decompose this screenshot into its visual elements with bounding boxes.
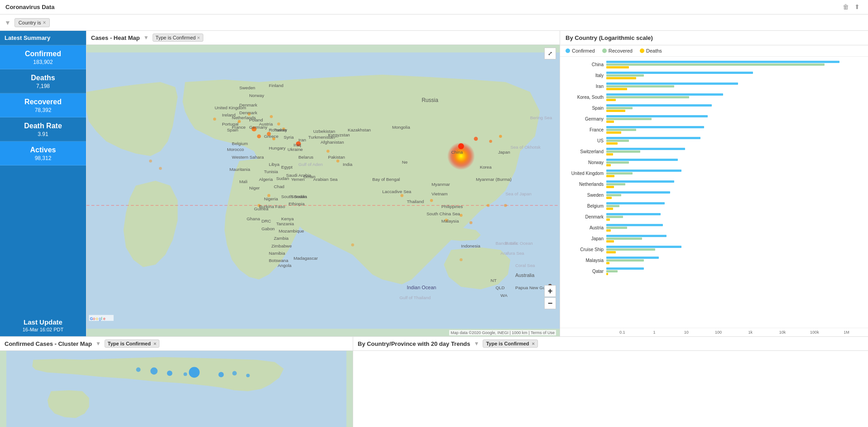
x-axis-label: 1 <box>638 330 671 335</box>
x-axis-label: 1k <box>734 330 767 335</box>
cluster-map-content[interactable] <box>0 351 353 427</box>
trends-filter-label: Type is Confirmed <box>486 341 529 346</box>
svg-point-137 <box>167 370 173 376</box>
heatmap-map[interactable]: Russia Indonesia Sweden Norway Finland U… <box>86 45 560 336</box>
bar-confirmed <box>606 72 753 74</box>
trends-filter-close[interactable]: × <box>532 341 535 346</box>
bar-deaths <box>606 164 611 166</box>
bar-row: Switzerland <box>566 146 863 156</box>
bar-recovered <box>606 248 655 251</box>
svg-text:Sweden: Sweden <box>239 85 255 90</box>
legend-recovered: Recovered <box>602 48 633 53</box>
deaths-value: 7,198 <box>5 83 82 89</box>
svg-text:Japan: Japan <box>498 150 510 155</box>
bars-container <box>606 213 863 221</box>
bar-deaths <box>606 251 616 253</box>
bars-container <box>606 148 863 155</box>
bar-country-label: Malaysia <box>566 258 606 263</box>
svg-point-139 <box>232 371 237 375</box>
bar-confirmed <box>606 115 708 117</box>
svg-point-29 <box>351 243 355 247</box>
bar-deaths <box>606 208 613 210</box>
svg-text:Belgium: Belgium <box>232 141 248 146</box>
svg-text:Mali: Mali <box>239 179 247 184</box>
svg-text:o: o <box>96 316 98 321</box>
bar-recovered <box>606 63 825 66</box>
bar-row: Qatar <box>566 266 863 276</box>
svg-text:Netherlands: Netherlands <box>232 115 256 120</box>
trends-section: By Country/Province with 20 day Trends ▼… <box>353 337 868 427</box>
filter-bar: ▼ Country is × <box>0 15 868 31</box>
x-axis: 0.11101001k10k100k1M <box>560 328 868 336</box>
header-actions: 🗑 ⬆ <box>843 3 863 11</box>
bar-confirmed <box>606 224 663 226</box>
trash-icon[interactable]: 🗑 <box>843 3 851 11</box>
recovered-dot <box>602 49 607 53</box>
heatmap-filter-icon: ▼ <box>144 34 149 41</box>
bars-container <box>606 61 863 68</box>
country-filter-tag[interactable]: Country is × <box>14 18 50 27</box>
bar-row: US <box>566 136 863 146</box>
svg-text:NT: NT <box>491 278 497 283</box>
recovered-value: 78,392 <box>5 107 82 113</box>
bar-row: Denmark <box>566 212 863 222</box>
filter-icon: ▼ <box>5 19 11 26</box>
bar-chart-area: By Country (Logarithmic scale) Confirmed… <box>560 31 868 336</box>
bar-deaths <box>606 175 614 177</box>
legend-deaths: Deaths <box>640 48 662 53</box>
legend-confirmed-label: Confirmed <box>572 48 595 53</box>
zoom-in-button[interactable]: + <box>544 285 556 297</box>
country-filter-close[interactable]: × <box>43 19 46 26</box>
svg-text:Gabon: Gabon <box>261 226 274 231</box>
bar-recovered <box>606 270 618 272</box>
svg-point-19 <box>487 204 490 207</box>
bar-confirmed <box>606 126 704 128</box>
cluster-map-header: Confirmed Cases - Cluster Map ▼ Type is … <box>0 337 353 351</box>
bar-row: Cruise Ship <box>566 244 863 254</box>
heatmap-area: Cases - Heat Map ▼ Type is Confirmed × <box>86 31 560 336</box>
heatmap-filter-tag[interactable]: Type is Confirmed × <box>153 34 203 42</box>
svg-text:Myanmar (Burma): Myanmar (Burma) <box>476 177 512 182</box>
svg-text:Philippines: Philippines <box>441 204 463 209</box>
recovered-label: Recovered <box>5 98 82 106</box>
bar-country-label: Iran <box>566 84 606 89</box>
bar-country-label: Sweden <box>566 193 606 198</box>
cluster-filter-close[interactable]: × <box>153 341 156 346</box>
bars-container <box>606 170 863 177</box>
bar-recovered <box>606 161 629 164</box>
svg-point-136 <box>150 368 158 375</box>
cluster-map-title: Confirmed Cases - Cluster Map <box>5 340 92 347</box>
bar-deaths <box>606 66 629 68</box>
trends-content[interactable] <box>353 351 868 427</box>
svg-text:Niger: Niger <box>249 185 260 190</box>
svg-text:Ne: Ne <box>402 160 408 165</box>
svg-text:Ethiopia: Ethiopia <box>288 201 305 206</box>
svg-text:Sea of Japan: Sea of Japan <box>505 191 532 196</box>
trends-filter-tag[interactable]: Type is Confirmed × <box>483 340 538 348</box>
bar-confirmed <box>606 213 661 215</box>
svg-text:Namibia: Namibia <box>269 251 285 256</box>
svg-text:Portugal: Portugal <box>222 121 238 126</box>
zoom-out-button[interactable]: − <box>544 297 556 309</box>
bar-deaths <box>606 218 610 221</box>
svg-point-9 <box>458 143 464 149</box>
bar-row: Germany <box>566 114 863 124</box>
heatmap-filter-close[interactable]: × <box>197 35 200 40</box>
svg-text:Mauritania: Mauritania <box>230 167 250 172</box>
svg-text:Sea of Okhotsk: Sea of Okhotsk <box>510 145 541 150</box>
bar-row: Spain <box>566 103 863 113</box>
svg-text:Ghana: Ghana <box>247 216 260 221</box>
cluster-filter-tag[interactable]: Type is Confirmed × <box>105 340 160 348</box>
share-icon[interactable]: ⬆ <box>854 3 863 11</box>
svg-text:l: l <box>101 316 102 321</box>
svg-text:Morocco: Morocco <box>227 147 244 152</box>
svg-text:Angola: Angola <box>278 263 292 268</box>
heatmap-title: Cases - Heat Map <box>91 34 140 41</box>
bar-country-label: Cruise Ship <box>566 247 606 252</box>
svg-point-15 <box>336 160 340 163</box>
expand-map-button[interactable]: ⤢ <box>544 48 556 59</box>
bar-deaths <box>606 142 618 145</box>
svg-text:Coral Sea: Coral Sea <box>515 263 535 268</box>
bar-recovered <box>606 238 642 240</box>
bar-recovered <box>606 150 640 153</box>
